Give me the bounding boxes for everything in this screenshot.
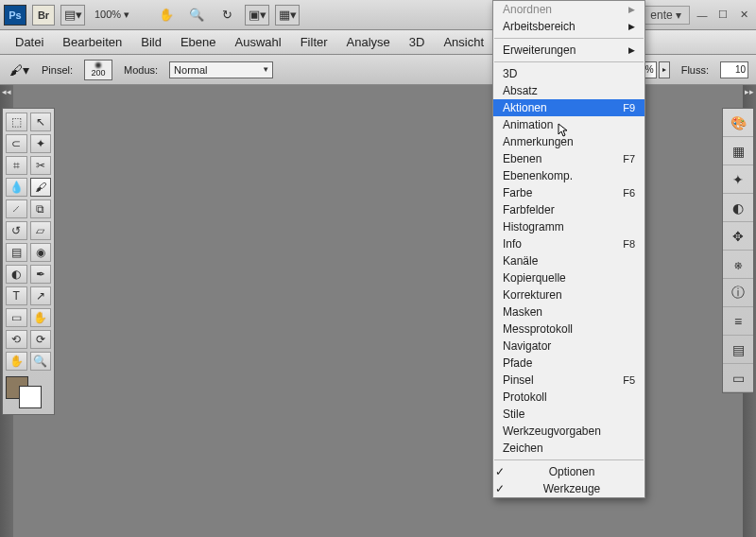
menuitem-pfade[interactable]: Pfade [493,355,644,372]
tool-lasso[interactable]: ⊂ [6,134,27,153]
bridge-logo-icon[interactable]: Br [32,5,55,26]
menu-separator [494,38,644,39]
menuitem-werkzeugvorgaben[interactable]: Werkzeugvorgaben [493,423,644,440]
menuitem-ebenenkomp-[interactable]: Ebenenkomp. [493,167,644,184]
menuitem-kan-le[interactable]: Kanäle [493,252,644,269]
tool-hand2[interactable]: ✋ [6,352,27,371]
menuitem-stile[interactable]: Stile [493,406,644,423]
tool-preset-icon[interactable]: 🖌▾ [8,61,30,79]
menuitem-histogramm[interactable]: Histogramm [493,218,644,235]
menuitem-optionen[interactable]: ✓Optionen [493,463,644,480]
panel-icon-adjust[interactable]: ◐ [723,194,753,222]
menuitem-anordnen: Anordnen▶ [493,1,644,18]
menuitem-zeichen[interactable]: Zeichen [493,440,644,457]
menuitem-werkzeuge[interactable]: ✓Werkzeuge [493,480,644,497]
hand-icon[interactable]: ✋ [154,5,179,26]
menuitem-masken[interactable]: Masken [493,303,644,320]
menuitem-messprotokoll[interactable]: Messprotokoll [493,320,644,338]
tool-path[interactable]: ↗ [30,286,52,305]
color-swatches[interactable] [6,376,47,410]
minimize-icon[interactable]: — [694,8,711,23]
workspace-switcher[interactable]: ente ▾ [642,6,690,25]
menu-bearbeiten[interactable]: Bearbeiten [53,32,131,52]
flow-label: Fluss: [681,64,709,76]
arrange-icon[interactable]: ▦▾ [275,5,300,26]
close-icon[interactable]: ✕ [735,8,752,23]
menuitem-animation[interactable]: Animation [493,116,644,133]
menuitem-ebenen[interactable]: EbenenF7 [493,150,644,167]
tool-hand[interactable]: ✋ [30,308,52,327]
menuitem-farbe[interactable]: FarbeF6 [493,184,644,201]
panel-icon-hist[interactable]: ⎈ [723,251,753,279]
menuitem-kopierquelle[interactable]: Kopierquelle [493,269,644,286]
right-panel-icons: 🎨▦✦◐✥⎈ⓘ≡▤▭ [722,108,754,393]
menuitem-absatz[interactable]: Absatz [493,82,644,99]
menuitem-arbeitsbereich[interactable]: Arbeitsbereich▶ [493,18,644,35]
tool-blur[interactable]: ◉ [30,243,52,262]
panel-icon-palette[interactable]: 🎨 [723,109,753,137]
menu-datei[interactable]: Datei [6,32,53,52]
screen-mode-icon[interactable]: ▣▾ [245,5,269,26]
tool-zoom2[interactable]: ⟲ [6,330,27,349]
tool-heal[interactable]: 🖌 [30,178,52,197]
panel-icon-info[interactable]: ⓘ [723,279,753,307]
panel-icon-channels[interactable]: ▤ [723,336,753,364]
panel-icon-paths[interactable]: ▭ [723,364,753,392]
panel-icon-layers[interactable]: ≡ [723,307,753,336]
brush-label: Pinsel: [42,64,73,76]
mode-select[interactable]: Normal [169,61,273,78]
toolbox: ⬚↖⊂✦⌗✂💧🖌⟋⧉↺▱▤◉◐✒T↗▭✋⟲⟳✋🔍 [2,108,55,415]
panel-icon-nav[interactable]: ✥ [723,222,753,251]
menuitem-farbfelder[interactable]: Farbfelder [493,201,644,218]
fenster-dropdown-menu: Anordnen▶Arbeitsbereich▶Erweiterungen▶3D… [492,0,645,498]
tool-zoom[interactable]: 🔍 [30,352,52,371]
menuitem-3d[interactable]: 3D [493,65,644,82]
rotate-icon[interactable]: ↻ [215,5,239,26]
mode-label: Modus: [124,64,158,76]
tool-rect[interactable]: ▭ [6,308,27,327]
photoshop-logo-icon[interactable]: Ps [4,5,26,26]
tool-pen[interactable]: ✒ [30,265,52,284]
zoom-icon[interactable]: 🔍 [184,5,209,26]
menuitem-anmerkungen[interactable]: Anmerkungen [493,133,644,150]
menu-bild[interactable]: Bild [131,32,171,52]
opacity-arrow-icon[interactable]: ▸ [659,61,670,78]
menu-separator [494,459,644,460]
maximize-icon[interactable]: ☐ [714,8,731,23]
tool-dodge[interactable]: ◐ [6,265,27,284]
tool-move[interactable]: ⬚ [6,113,27,131]
panel-icon-styles[interactable]: ✦ [723,165,753,194]
zoom-level[interactable]: 100% ▾ [91,9,133,21]
film-strip-icon[interactable]: ▤▾ [60,5,85,26]
menuitem-info[interactable]: InfoF8 [493,235,644,252]
menu-ebene[interactable]: Ebene [171,32,226,52]
tool-brush[interactable]: ⟋ [6,199,27,218]
tool-type[interactable]: T [6,286,27,305]
tool-wand[interactable]: ✦ [30,134,52,153]
menu-separator [494,61,644,62]
tool-gradient[interactable]: ▤ [6,243,27,262]
tool-slice[interactable]: ✂ [30,156,52,175]
tool-stamp[interactable]: ⧉ [30,199,52,218]
tool-marquee[interactable]: ↖ [30,113,52,131]
menuitem-korrekturen[interactable]: Korrekturen [493,286,644,303]
menuitem-navigator[interactable]: Navigator [493,338,644,355]
tool-history[interactable]: ↺ [6,221,27,240]
menu-filter[interactable]: Filter [291,32,337,52]
menu-ansicht[interactable]: Ansicht [434,32,493,52]
menuitem-pinsel[interactable]: PinselF5 [493,372,644,389]
menu-analyse[interactable]: Analyse [337,32,400,52]
menuitem-erweiterungen[interactable]: Erweiterungen▶ [493,42,644,59]
tool-eyedrop[interactable]: 💧 [6,178,27,197]
menu-auswahl[interactable]: Auswahl [226,32,291,52]
menuitem-aktionen[interactable]: AktionenF9 [493,99,644,116]
brush-preview[interactable]: 200 [84,60,112,80]
tool-rotate3d[interactable]: ⟳ [30,330,52,349]
flow-field[interactable]: 10 [720,61,748,78]
panel-icon-swatches[interactable]: ▦ [723,137,753,165]
menuitem-protokoll[interactable]: Protokoll [493,389,644,406]
menu-3d[interactable]: 3D [400,32,435,52]
tool-eraser[interactable]: ▱ [30,221,52,240]
tool-crop[interactable]: ⌗ [6,156,27,175]
